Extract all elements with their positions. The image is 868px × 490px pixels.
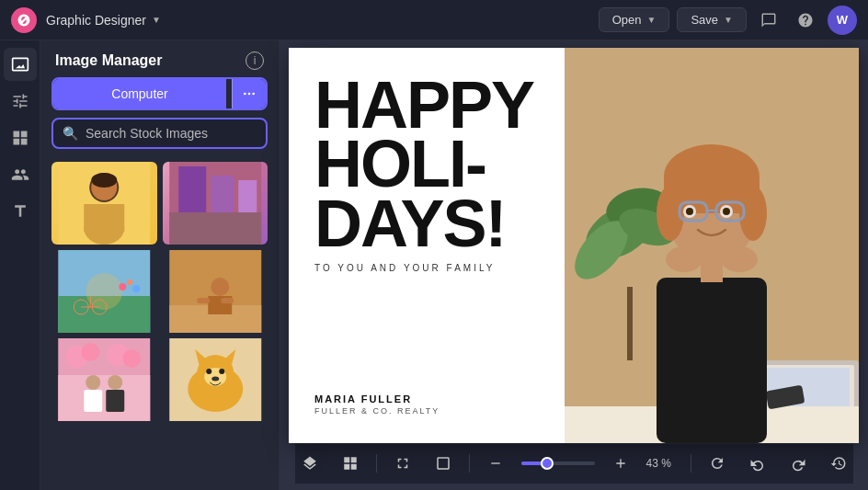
image-grid [40,158,279,432]
card-subtitle: TO YOU AND YOUR FAMILY [314,263,539,273]
search-placeholder: Search Stock Images [86,126,208,141]
svg-point-46 [206,369,211,374]
upload-computer-button[interactable]: Computer [53,79,226,108]
canvas[interactable]: HAPPY HOLI- DAYS! TO YOU AND YOUR FAMILY… [289,48,859,443]
divider-1 [376,454,377,473]
grid-image-2[interactable] [163,162,268,245]
svg-point-26 [211,278,229,296]
top-navigation: Graphic Designer ▼ Open ▼ Save ▼ W [0,0,868,40]
zoom-percent: 43 % [646,457,680,470]
svg-rect-39 [106,390,124,412]
grid-image-4[interactable] [163,250,268,333]
refresh-icon[interactable] [702,449,732,478]
project-name-selector[interactable]: Graphic Designer ▼ [46,13,161,28]
project-name-label: Graphic Designer [46,13,146,28]
svg-point-2 [252,93,255,96]
panel-actions: Computer 🔍 Search Stock Images [40,77,279,158]
svg-rect-28 [197,298,210,303]
save-button[interactable]: Save ▼ [677,7,747,32]
nav-right-actions: Open ▼ Save ▼ W [599,6,857,35]
svg-rect-11 [211,176,234,212]
redo-icon[interactable] [783,449,813,478]
svg-rect-10 [178,166,206,212]
avatar[interactable]: W [828,6,857,35]
icon-sidebar [0,40,40,490]
svg-point-75 [666,246,702,272]
canvas-area: HAPPY HOLI- DAYS! TO YOU AND YOUR FAMILY… [280,40,868,490]
zoom-slider[interactable] [521,462,595,465]
expand-icon[interactable] [388,449,417,478]
save-chevron-icon: ▼ [724,15,733,25]
svg-point-1 [248,93,251,96]
headline-line1: HAPPY [314,75,539,135]
history-icon[interactable] [824,449,853,478]
svg-rect-6 [84,204,124,232]
svg-point-36 [86,375,100,390]
card-left-content: HAPPY HOLI- DAYS! TO YOU AND YOUR FAMILY… [289,48,565,443]
svg-point-37 [108,375,122,390]
comments-icon[interactable] [754,6,783,35]
sidebar-item-layout[interactable] [4,121,37,154]
grid-view-icon[interactable] [336,449,365,478]
svg-point-16 [86,273,122,310]
grid-image-3[interactable] [51,250,157,333]
svg-point-23 [132,285,140,292]
panel-header: Image Manager i [40,40,279,77]
main-layout: Image Manager i Computer 🔍 Search Stock … [0,40,868,490]
card-right-photo [565,48,859,443]
sidebar-item-images[interactable] [4,48,37,81]
fit-icon[interactable] [428,449,458,478]
svg-rect-29 [221,298,234,303]
grid-image-1[interactable] [51,162,157,245]
sidebar-item-people[interactable] [4,158,37,191]
card-headline: HAPPY HOLI- DAYS! [314,75,539,254]
svg-point-0 [244,93,246,96]
divider-3 [691,454,691,473]
grid-image-6[interactable] [163,338,268,421]
info-icon[interactable]: i [246,51,264,70]
open-chevron-icon: ▼ [647,15,657,25]
open-button[interactable]: Open ▼ [599,7,670,32]
headline-line2: HOLI- [314,134,539,194]
svg-point-21 [119,283,126,291]
panel-title: Image Manager [55,52,162,69]
svg-point-8 [91,173,117,188]
svg-point-35 [122,349,141,368]
svg-rect-38 [84,390,102,412]
undo-icon[interactable] [743,449,772,478]
upload-more-button[interactable] [232,79,266,108]
layers-icon[interactable] [295,449,325,478]
sidebar-item-filters[interactable] [4,85,37,118]
svg-point-22 [127,279,132,285]
bottom-toolbar: 43 % [295,443,853,484]
svg-point-47 [219,369,224,374]
zoom-in-icon[interactable] [606,449,635,478]
image-manager-panel: Image Manager i Computer 🔍 Search Stock … [40,40,280,490]
sidebar-item-text[interactable] [4,195,37,228]
svg-rect-61 [657,278,767,443]
divider-2 [469,454,470,473]
grid-image-5[interactable] [51,338,157,421]
svg-rect-31 [58,375,150,421]
svg-point-74 [723,208,730,215]
upload-row: Computer [51,77,268,110]
card-person-name: MARIA FULLER [314,393,539,405]
svg-rect-13 [169,212,261,245]
zoom-out-icon[interactable] [481,449,510,478]
search-stock-images[interactable]: 🔍 Search Stock Images [51,118,268,149]
svg-point-33 [81,343,99,361]
svg-rect-55 [627,287,633,360]
svg-point-76 [721,246,758,272]
card-footer: MARIA FULLER FULLER & CO. REALTY [314,393,539,416]
app-logo [11,7,37,33]
card-company: FULLER & CO. REALTY [314,406,539,416]
search-icon: 🔍 [63,126,78,141]
headline-line3: DAYS! [314,194,539,254]
help-icon[interactable] [791,6,820,35]
project-chevron-icon: ▼ [152,15,161,25]
svg-point-73 [686,208,693,215]
svg-point-48 [211,377,219,382]
